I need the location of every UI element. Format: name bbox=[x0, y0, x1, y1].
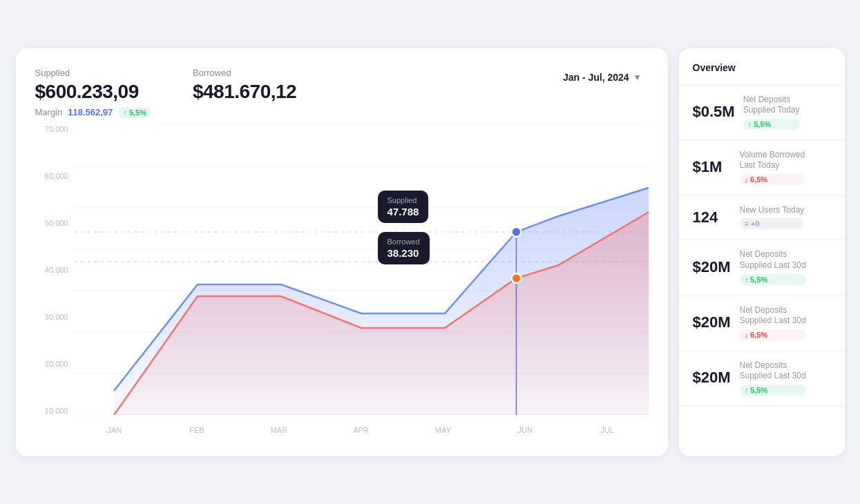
chart-svg bbox=[74, 125, 649, 415]
ov-value-1: $1M bbox=[693, 158, 732, 176]
chevron-down-icon: ▼ bbox=[633, 72, 642, 82]
margin-row: Margin 118.562,97 ↑ 5,5% bbox=[35, 107, 151, 118]
y-axis-labels: 70.000 60.000 50.000 40.000 30.000 20.00… bbox=[35, 125, 68, 415]
ov-value-0: $0.5M bbox=[693, 103, 735, 121]
y-label-1: 60.000 bbox=[35, 172, 68, 180]
margin-badge: ↑ 5,5% bbox=[118, 107, 151, 118]
supplied-metric: Supplied $600.233,09 Margin 118.562,97 ↑… bbox=[35, 68, 151, 118]
ov-right-0: Net DepositsSupplied Today ↑ 5,5% bbox=[743, 95, 800, 130]
ov-value-3: $20M bbox=[693, 258, 732, 276]
ov-badge-2: = +0 bbox=[740, 218, 805, 229]
metrics-left: Supplied $600.233,09 Margin 118.562,97 ↑… bbox=[35, 68, 297, 118]
ov-right-4: Net DepositsSupplied Last 30d ↓ 6,5% bbox=[740, 305, 806, 340]
dashboard-container: Supplied $600.233,09 Margin 118.562,97 ↑… bbox=[16, 48, 845, 456]
x-label-feb: FEB bbox=[155, 426, 238, 434]
x-label-jun: JUN bbox=[484, 426, 566, 434]
borrowed-metric: Borrowed $481.670,12 bbox=[193, 68, 296, 118]
x-label-jul: JUL bbox=[566, 426, 649, 434]
overview-item-5: $20M Net DepositsSupplied Last 30d ↑ 5,5… bbox=[679, 350, 845, 406]
ov-value-4: $20M bbox=[693, 313, 732, 331]
ov-badge-3: ↑ 5,5% bbox=[740, 274, 806, 285]
ov-badge-0: ↑ 5,5% bbox=[743, 119, 800, 130]
borrowed-label: Borrowed bbox=[193, 68, 296, 78]
y-label-5: 20.000 bbox=[35, 360, 68, 368]
y-label-3: 40.000 bbox=[35, 266, 68, 274]
chart-svg-wrapper: Supplied 47.788 Borrowed 38.230 bbox=[74, 125, 649, 415]
ov-value-2: 124 bbox=[693, 209, 732, 226]
x-label-apr: APR bbox=[320, 426, 402, 434]
ov-badge-4: ↓ 6,5% bbox=[740, 329, 806, 340]
overview-sidebar: Overview $0.5M Net DepositsSupplied Toda… bbox=[679, 48, 845, 456]
ov-right-2: New Users Today = +0 bbox=[740, 205, 805, 230]
supplied-dot bbox=[511, 227, 521, 237]
ov-right-3: Net DepositsSupplied Last 30d ↑ 5,5% bbox=[740, 249, 806, 284]
overview-item-4: $20M Net DepositsSupplied Last 30d ↓ 6,5… bbox=[679, 295, 845, 350]
x-axis-labels: JAN FEB MAR APR MAY JUN JUL bbox=[74, 418, 649, 443]
ov-right-1: Volume BorrowedLast Today ↓ 6,5% bbox=[740, 150, 805, 185]
ov-desc-2: New Users Today bbox=[740, 205, 805, 216]
ov-desc-5: Net DepositsSupplied Last 30d bbox=[740, 360, 806, 382]
date-range-label: Jan - Jul, 2024 bbox=[563, 72, 629, 83]
main-chart-card: Supplied $600.233,09 Margin 118.562,97 ↑… bbox=[16, 48, 668, 456]
x-label-may: MAY bbox=[402, 426, 484, 434]
y-label-6: 10.000 bbox=[35, 407, 68, 415]
ov-badge-1: ↓ 6,5% bbox=[740, 174, 805, 185]
ov-desc-0: Net DepositsSupplied Today bbox=[743, 95, 800, 116]
borrowed-value: $481.670,12 bbox=[193, 81, 296, 103]
chart-header: Supplied $600.233,09 Margin 118.562,97 ↑… bbox=[35, 68, 649, 118]
supplied-label: Supplied bbox=[35, 68, 151, 78]
ov-desc-3: Net DepositsSupplied Last 30d bbox=[740, 249, 806, 271]
ov-value-5: $20M bbox=[693, 369, 732, 387]
borrowed-dot bbox=[511, 273, 521, 283]
margin-label: Margin bbox=[35, 107, 63, 117]
ov-badge-5: ↑ 5,5% bbox=[740, 385, 806, 396]
margin-value: 118.562,97 bbox=[68, 107, 113, 117]
supplied-value: $600.233,09 bbox=[35, 81, 151, 103]
overview-item-1: $1M Volume BorrowedLast Today ↓ 6,5% bbox=[679, 139, 845, 195]
ov-desc-4: Net DepositsSupplied Last 30d bbox=[740, 305, 806, 327]
x-label-mar: MAR bbox=[238, 426, 320, 434]
overview-item-3: $20M Net DepositsSupplied Last 30d ↑ 5,5… bbox=[679, 239, 845, 294]
ov-right-5: Net DepositsSupplied Last 30d ↑ 5,5% bbox=[740, 360, 806, 396]
y-label-4: 30.000 bbox=[35, 313, 68, 321]
x-label-jan: JAN bbox=[74, 426, 156, 434]
overview-title: Overview bbox=[679, 62, 845, 84]
date-filter-button[interactable]: Jan - Jul, 2024 ▼ bbox=[556, 68, 649, 87]
ov-desc-1: Volume BorrowedLast Today bbox=[740, 150, 805, 171]
overview-item-0: $0.5M Net DepositsSupplied Today ↑ 5,5% bbox=[679, 84, 845, 139]
overview-item-2: 124 New Users Today = +0 bbox=[679, 195, 845, 240]
y-label-2: 50.000 bbox=[35, 219, 68, 227]
chart-area: 70.000 60.000 50.000 40.000 30.000 20.00… bbox=[35, 125, 649, 443]
y-label-0: 70.000 bbox=[35, 125, 68, 133]
